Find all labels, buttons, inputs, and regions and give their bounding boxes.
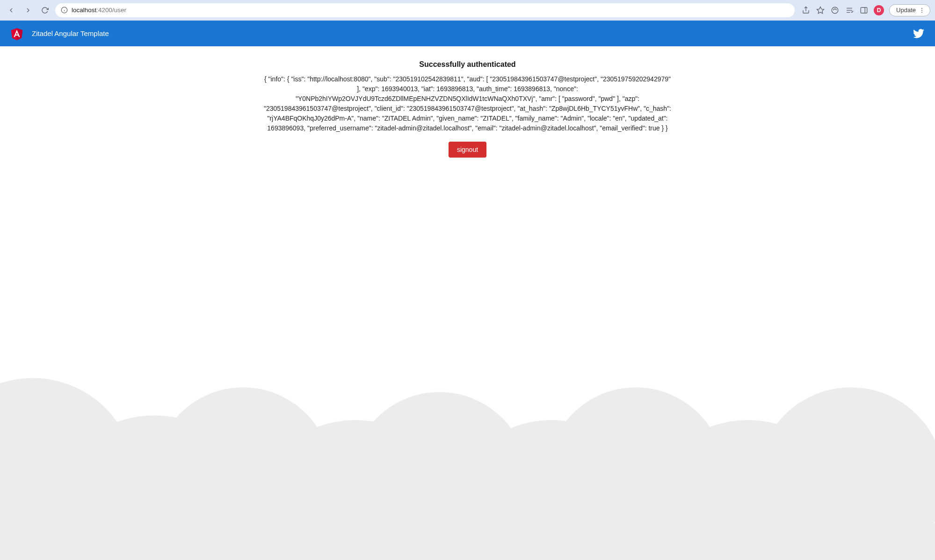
svg-point-23	[640, 420, 855, 560]
svg-point-5	[832, 7, 838, 14]
twitter-icon	[913, 28, 925, 40]
svg-rect-25	[0, 523, 935, 560]
app-header: Zitadel Angular Template	[0, 21, 935, 46]
svg-point-11	[921, 7, 922, 8]
reload-icon	[41, 7, 49, 14]
url-host: localhost	[72, 7, 96, 14]
share-icon[interactable]	[801, 6, 811, 15]
svg-marker-4	[817, 7, 824, 13]
extension-icon[interactable]	[830, 6, 840, 15]
svg-point-20	[351, 392, 529, 560]
avatar-letter: D	[877, 7, 881, 14]
star-icon[interactable]	[816, 6, 825, 15]
svg-point-13	[921, 12, 922, 13]
update-label: Update	[896, 7, 916, 14]
signout-label: signout	[457, 146, 478, 153]
arrow-left-icon	[7, 7, 15, 14]
chrome-actions: D Update	[798, 4, 930, 16]
svg-point-19	[248, 420, 463, 560]
angular-logo-icon	[10, 27, 23, 41]
reload-button[interactable]	[38, 4, 51, 17]
signout-button[interactable]: signout	[449, 142, 486, 158]
svg-point-21	[444, 420, 660, 560]
svg-point-17	[47, 415, 262, 560]
update-button[interactable]: Update	[889, 4, 930, 16]
panel-icon[interactable]	[859, 6, 869, 15]
page-content: Successfully authenticated { "info": { "…	[253, 46, 683, 158]
arrow-right-icon	[24, 7, 32, 14]
svg-point-18	[154, 387, 332, 560]
more-vertical-icon	[919, 7, 925, 14]
browser-chrome: localhost:4200/user D Update	[0, 0, 935, 21]
svg-rect-9	[861, 7, 867, 13]
svg-point-12	[921, 10, 922, 11]
address-bar[interactable]: localhost:4200/user	[55, 3, 795, 17]
page-body: Successfully authenticated { "info": { "…	[0, 46, 935, 560]
twitter-link[interactable]	[913, 28, 925, 40]
profile-avatar[interactable]: D	[874, 5, 884, 15]
clouds-decoration	[0, 303, 935, 560]
svg-point-24	[757, 387, 935, 560]
app-title: Zitadel Angular Template	[32, 29, 109, 37]
url-text: localhost:4200/user	[72, 7, 126, 14]
back-button[interactable]	[5, 4, 18, 17]
auth-info-json: { "info": { "iss": "http://localhost:808…	[262, 74, 674, 133]
url-path: :4200/user	[96, 7, 126, 14]
forward-button[interactable]	[22, 4, 35, 17]
reading-list-icon[interactable]	[845, 6, 854, 15]
site-info-icon[interactable]	[61, 7, 68, 14]
svg-point-16	[0, 378, 136, 560]
page-title: Successfully authenticated	[262, 60, 674, 69]
svg-point-22	[547, 387, 725, 560]
